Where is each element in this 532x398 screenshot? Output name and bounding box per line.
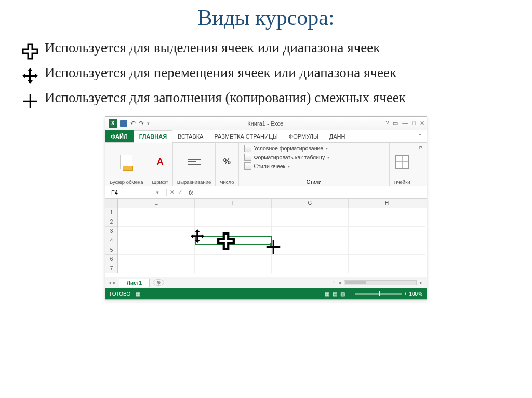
group-styles: Условное форматирование▾ Форматировать к… <box>239 143 390 186</box>
worksheet-grid[interactable]: E F G H 1 2 3 4 5 6 7 <box>105 199 427 277</box>
tab-layout[interactable]: РАЗМЕТКА СТРАНИЦЫ <box>209 130 283 142</box>
col-header[interactable]: H <box>349 199 425 208</box>
sheet-nav-next-icon[interactable]: ▸ <box>113 280 116 285</box>
close-icon[interactable]: ✕ <box>420 120 424 127</box>
status-text: ГОТОВО <box>110 291 130 297</box>
zoom-out-icon[interactable]: − <box>350 291 353 297</box>
item-select-cursor: Используется для выделения ячеек или диа… <box>0 39 532 60</box>
zoom-in-icon[interactable]: + <box>404 291 407 297</box>
sheet-tabs: ◂▸ Лист1 ⊕ ⫶ ◂ ▸ <box>105 277 427 288</box>
zoom-value[interactable]: 100% <box>409 291 422 297</box>
fmt-table-icon <box>244 154 251 161</box>
row-header[interactable]: 4 <box>105 236 117 245</box>
ribbon: Буфер обмена A Шрифт Выравнивание % Числ… <box>105 143 427 186</box>
sheet-tab[interactable]: Лист1 <box>119 279 150 287</box>
cell-styles-icon <box>244 162 251 170</box>
col-header[interactable]: F <box>195 199 272 208</box>
item-text: Используется для перемещения ячеек или д… <box>45 64 396 82</box>
page-title: Виды курсора: <box>0 5 532 30</box>
item-move-cursor: Используется для перемещения ячеек или д… <box>0 64 532 85</box>
paste-icon[interactable] <box>120 155 132 169</box>
group-number[interactable]: % Число <box>216 143 238 186</box>
window-title: Книга1 - Excel <box>247 120 284 127</box>
group-label: Р <box>419 145 422 150</box>
group-label: Стили <box>244 179 384 185</box>
group-label: Выравнивание <box>177 179 211 185</box>
tab-insert[interactable]: ВСТАВКА <box>172 130 209 142</box>
view-layout-icon[interactable]: ▤ <box>332 291 337 297</box>
font-icon[interactable]: A <box>157 157 164 168</box>
label: Форматировать как таблицу <box>254 154 325 160</box>
help-icon[interactable]: ? <box>385 120 389 127</box>
tab-formulas[interactable]: ФОРМУЛЫ <box>284 130 324 142</box>
enter-formula-icon[interactable]: ✓ <box>178 189 182 196</box>
group-label: Число <box>220 179 234 185</box>
name-box[interactable]: F4 <box>108 188 154 197</box>
qat-dropdown-icon[interactable]: ▾ <box>147 121 150 126</box>
undo-icon[interactable]: ↶ <box>130 120 136 127</box>
tab-data[interactable]: ДАНН <box>324 130 351 142</box>
col-header[interactable]: E <box>118 199 195 208</box>
row-header[interactable]: 2 <box>105 217 117 227</box>
excel-logo-icon: X <box>109 119 117 128</box>
zoom-slider[interactable] <box>355 293 402 295</box>
conditional-formatting-button[interactable]: Условное форматирование▾ <box>244 145 384 152</box>
redo-icon[interactable]: ↷ <box>139 120 144 127</box>
percent-icon[interactable]: % <box>223 157 231 167</box>
zoom-control[interactable]: − + 100% <box>350 291 422 297</box>
namebox-dropdown-icon[interactable]: ▾ <box>156 190 162 195</box>
save-icon[interactable] <box>120 120 127 127</box>
ribbon-tabs: ФАЙЛ ГЛАВНАЯ ВСТАВКА РАЗМЕТКА СТРАНИЦЫ Ф… <box>105 130 427 143</box>
formula-bar: F4 ▾ ✕ ✓ fx <box>105 186 427 199</box>
tab-file[interactable]: ФАЙЛ <box>105 130 134 142</box>
group-clipboard[interactable]: Буфер обмена <box>105 143 148 186</box>
cell-styles-button[interactable]: Стили ячеек▾ <box>244 162 384 170</box>
row-header[interactable]: 6 <box>105 255 117 264</box>
row-header[interactable]: 3 <box>105 227 117 236</box>
item-text: Используется для заполнения (копирования… <box>45 89 406 107</box>
maximize-icon[interactable]: □ <box>412 120 416 127</box>
scroll-right-icon[interactable]: ▸ <box>420 280 422 285</box>
minimize-icon[interactable]: — <box>402 120 408 127</box>
fill-cursor-icon <box>16 89 45 110</box>
item-fill-cursor: Используется для заполнения (копирования… <box>0 89 532 110</box>
sheet-nav-prev-icon[interactable]: ◂ <box>109 280 111 285</box>
group-alignment[interactable]: Выравнивание <box>173 143 216 186</box>
cursor-definitions: Используется для выделения ячеек или диа… <box>0 39 532 110</box>
row-header[interactable]: 5 <box>105 245 117 255</box>
add-sheet-button[interactable]: ⊕ <box>153 279 164 286</box>
status-bar: ГОТОВО ▦ ▦ ▤ ▥ − + 100% <box>105 288 427 299</box>
label: Стили ячеек <box>254 163 286 169</box>
cond-fmt-icon <box>244 145 251 152</box>
cells-icon[interactable] <box>395 155 409 169</box>
group-label: Шрифт <box>152 179 168 185</box>
quick-access-toolbar: X ↶ ↷ ▾ <box>105 119 150 128</box>
format-table-button[interactable]: Форматировать как таблицу▾ <box>244 154 384 161</box>
group-editing[interactable]: Р <box>415 143 427 186</box>
row-header[interactable]: 1 <box>105 208 117 217</box>
select-cursor-icon <box>16 39 45 60</box>
select-all-corner[interactable] <box>105 199 118 208</box>
row-header[interactable]: 7 <box>105 264 117 273</box>
scroll-left-icon[interactable]: ◂ <box>338 280 341 285</box>
macro-record-icon[interactable]: ▦ <box>136 291 140 297</box>
horizontal-scrollbar[interactable] <box>344 280 417 285</box>
ribbon-options-icon[interactable]: ▭ <box>393 120 398 127</box>
move-cursor-icon <box>16 64 45 85</box>
excel-screenshot: X ↶ ↷ ▾ Книга1 - Excel ? ▭ — □ ✕ ФАЙЛ ГЛ… <box>105 116 427 300</box>
cancel-formula-icon[interactable]: ✕ <box>170 189 175 196</box>
group-font[interactable]: A Шрифт <box>148 143 173 186</box>
alignment-icon[interactable] <box>188 156 201 168</box>
tab-home[interactable]: ГЛАВНАЯ <box>134 130 172 143</box>
label: Условное форматирование <box>254 145 324 152</box>
view-pagebreak-icon[interactable]: ▥ <box>340 291 345 297</box>
group-label: Буфер обмена <box>110 179 143 185</box>
item-text: Используется для выделения ячеек или диа… <box>45 39 380 57</box>
group-label: Ячейки <box>394 179 410 185</box>
view-normal-icon[interactable]: ▦ <box>325 291 329 297</box>
collapse-ribbon-icon[interactable]: ⌃ <box>414 130 427 142</box>
fx-icon[interactable]: fx <box>185 189 196 196</box>
col-header[interactable]: G <box>272 199 349 208</box>
excel-titlebar: X ↶ ↷ ▾ Книга1 - Excel ? ▭ — □ ✕ <box>105 117 427 130</box>
group-cells[interactable]: Ячейки <box>390 143 415 186</box>
